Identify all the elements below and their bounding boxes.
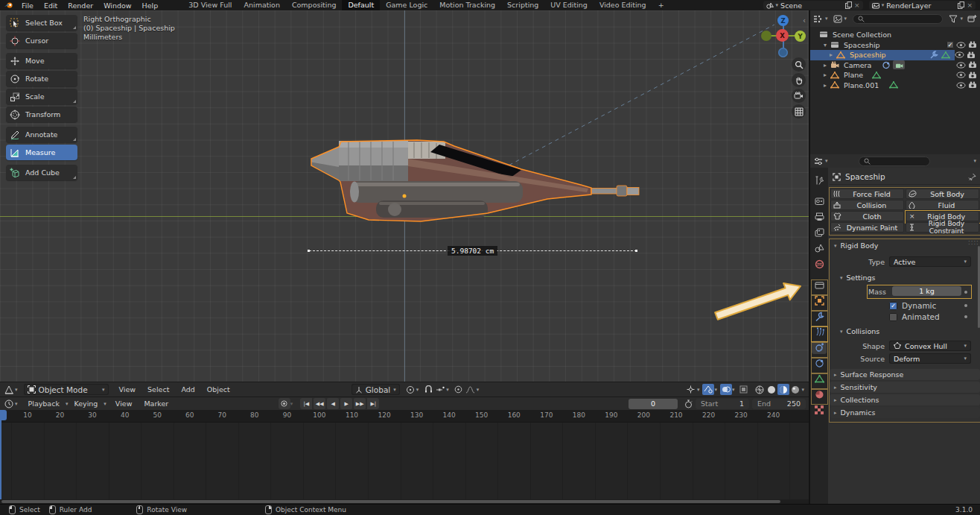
timeline-menu-view[interactable]: View [109, 399, 139, 408]
tool-add-cube[interactable]: Add Cube [6, 165, 77, 180]
tool-select-box[interactable]: Select Box [6, 15, 77, 31]
hide-eye-icon[interactable] [955, 51, 964, 58]
transform-orientation-dropdown[interactable]: Global ▾ [351, 384, 400, 395]
playhead-marker[interactable] [0, 410, 7, 420]
tab-object-icon[interactable] [812, 294, 827, 307]
next-keyframe-button[interactable]: ▶▶ [354, 398, 366, 409]
disable-render-camera-icon[interactable] [968, 41, 977, 48]
physics-fluid-button[interactable]: Fluid [906, 200, 979, 210]
blender-logo-icon[interactable] [4, 1, 13, 9]
tab-object-data-icon[interactable] [812, 372, 827, 385]
mass-slider[interactable]: 1 kg [892, 286, 961, 296]
copy-scene-icon[interactable] [845, 1, 852, 9]
menu-edit[interactable]: Edit [39, 1, 63, 10]
outliner-row-collection-spaceship[interactable]: ▾ Spaceship ✓ [810, 40, 980, 50]
tab-constraints-icon[interactable] [812, 356, 827, 370]
camera-view-button[interactable] [792, 89, 806, 103]
outliner-row-object-spaceship[interactable]: ▸ Spaceship [810, 50, 955, 60]
gizmo-axis-z[interactable]: Z [777, 15, 789, 26]
hide-eye-icon[interactable] [956, 62, 966, 69]
menu-help[interactable]: Help [137, 1, 164, 10]
type-dropdown[interactable]: Active ▾ [889, 256, 971, 267]
gizmo-axis-y[interactable]: Y [795, 31, 806, 42]
physics-force-field-button[interactable]: Force Field [830, 189, 904, 199]
physics-rigid-body-constraint-button[interactable]: Rigid Body Constraint [906, 222, 979, 233]
collection-exclude-checkbox[interactable]: ✓ [946, 41, 954, 48]
plane-disclosure[interactable]: ▸ [824, 72, 827, 78]
physics-dynamic-paint-button[interactable]: Dynamic Paint [830, 222, 904, 233]
viewport-menu-add[interactable]: Add [175, 385, 200, 394]
viewport-menu-view[interactable]: View [113, 385, 142, 394]
gizmo-axis-y-negative[interactable] [761, 31, 771, 41]
panel-drag-dots[interactable]: :::: [968, 239, 979, 246]
physics-collision-button[interactable]: Collision [830, 200, 904, 210]
dynamic-decorator-dot[interactable] [964, 304, 967, 307]
shape-dropdown[interactable]: Convex Hull ▾ [889, 341, 971, 351]
plane001-disclosure[interactable]: ▸ [824, 82, 827, 89]
pivot-point-icon[interactable] [404, 384, 416, 395]
menu-window[interactable]: Window [98, 1, 136, 10]
play-reverse-button[interactable]: ◀ [327, 398, 339, 409]
viewport-menu-object[interactable]: Object [201, 385, 236, 394]
tab-world-icon[interactable] [812, 257, 827, 271]
tool-measure[interactable]: Measure [6, 145, 77, 160]
editor-type-3d-viewport-icon[interactable] [3, 384, 15, 395]
zoom-view-button[interactable] [792, 57, 806, 72]
section-dynamics[interactable]: ▸Dynamics [830, 407, 980, 418]
animated-checkbox-row[interactable]: Animated [889, 312, 940, 321]
disable-render-camera-icon[interactable] [968, 81, 977, 89]
timeline-menu-marker[interactable]: Marker [138, 399, 174, 408]
timeline-hscrollbar-thumb[interactable] [1, 500, 780, 503]
outliner-row-object-plane[interactable]: ▸ Plane [810, 70, 980, 80]
render-pass-icon[interactable] [737, 384, 749, 395]
frame-start-field[interactable]: Start 1 [696, 399, 749, 409]
properties-search-input[interactable] [859, 157, 930, 166]
scene-selector[interactable]: ▾ Scene × [763, 1, 863, 10]
collection-disclosure[interactable]: ▾ [824, 42, 827, 48]
gizmo-axis-z-negative[interactable] [778, 48, 788, 57]
tool-annotate[interactable]: Annotate [6, 127, 77, 142]
animated-decorator-dot[interactable] [964, 315, 967, 318]
proportional-falloff-icon[interactable] [465, 384, 477, 395]
snap-magnet-icon[interactable] [422, 384, 434, 395]
tool-transform[interactable]: Transform [6, 107, 77, 122]
tab-texture-icon[interactable] [812, 403, 827, 417]
jump-to-end-button[interactable]: ▶| [367, 398, 379, 409]
tool-move[interactable]: Move [6, 53, 77, 69]
show-gizmo-icon[interactable] [685, 384, 697, 395]
prev-keyframe-button[interactable]: ◀◀ [314, 398, 325, 409]
tab-particles-icon[interactable] [812, 325, 827, 338]
disable-render-camera-icon[interactable] [968, 72, 977, 79]
proportional-editing-icon[interactable] [453, 384, 465, 395]
section-surface-response[interactable]: ▸Surface Response [830, 369, 980, 380]
timeline-menu-keying[interactable]: Keying [68, 399, 104, 408]
tab-collection-icon[interactable] [812, 278, 827, 291]
measure-endpoint-right[interactable] [635, 250, 637, 252]
region-collapse-chevron[interactable]: ‹ [803, 16, 806, 25]
measure-endpoint-left[interactable] [308, 250, 310, 252]
editor-type-timeline-icon[interactable] [3, 398, 15, 409]
timeline-ruler[interactable]: 1020304050607080901001101201301401501601… [0, 410, 809, 423]
tool-scale[interactable]: Scale [6, 89, 77, 104]
navigation-gizmo[interactable]: Z Y X [761, 15, 809, 60]
section-collections[interactable]: ▸Collections [830, 394, 980, 405]
menu-render[interactable]: Render [63, 1, 98, 10]
shading-solid-icon[interactable] [766, 384, 777, 395]
tab-physics-icon[interactable] [812, 341, 827, 354]
frame-end-field[interactable]: End 250 [752, 399, 806, 409]
timeline-menu-playback[interactable]: Playback [22, 399, 66, 408]
properties-options-chevron[interactable]: ▾ [973, 158, 976, 164]
tab-view-layer-icon[interactable] [812, 226, 827, 239]
snap-target-icon[interactable] [434, 384, 446, 395]
settings-subpanel-header[interactable]: ▾ Settings [840, 274, 875, 282]
workspace-tab-compositing[interactable]: Compositing [286, 0, 343, 10]
tab-output-icon[interactable] [812, 210, 827, 224]
outliner-search-input[interactable] [853, 14, 943, 24]
play-button[interactable]: ▶ [340, 398, 352, 409]
tab-scene-icon[interactable] [812, 241, 827, 255]
spaceship-model[interactable] [311, 140, 639, 221]
hide-eye-icon[interactable] [956, 72, 966, 78]
workspace-tab-game-logic[interactable]: Game Logic [380, 0, 433, 10]
jump-to-start-button[interactable]: |◀ [300, 398, 312, 409]
filter-funnel-icon[interactable] [949, 15, 958, 23]
